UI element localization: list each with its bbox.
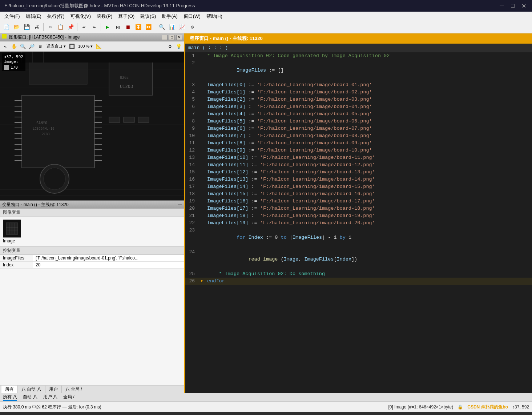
code-line-7: 7 ImageFiles[4] := 'F:/halcon_Learning/i… — [185, 110, 532, 118]
iw-close[interactable]: ✕ — [176, 35, 182, 40]
image-var-name: Image — [3, 238, 15, 243]
line-num-20: 20 — [185, 205, 198, 212]
tab-auto[interactable]: 八 自动 八 — [18, 386, 45, 393]
maximize-button[interactable]: □ — [509, 3, 517, 9]
status-image-info: [0] Image (#=1: 646×492×1×byte) — [388, 404, 453, 410]
var-key-imagefiles: ImageFiles — [0, 255, 33, 261]
line-num-15: 15 — [185, 169, 198, 176]
toolbar-cut[interactable]: ✂ — [45, 23, 55, 32]
line-num-3: 3 — [185, 81, 198, 89]
line-content-13: ImageFiles[10] := 'F:/halcon_Learning/im… — [206, 154, 532, 161]
menu-execute[interactable]: 执行(行) — [44, 12, 68, 20]
line-content-4: ImageFiles[1] := 'F:/halcon_Learning/ima… — [206, 89, 532, 96]
code-line-21: 21 ImageFiles[18] := 'F:/halcon_Learning… — [185, 212, 532, 219]
line-num-26: 26 — [185, 278, 198, 285]
menu-bar: 文件(F) 编辑(E) 执行(行) 可视化(V) 函数(P) 算子(O) 建议(… — [0, 12, 532, 21]
fit-label: 适应窗口 ▾ — [45, 44, 67, 49]
line-content-14: ImageFiles[11] := 'F:/halcon_Learning/im… — [206, 161, 532, 169]
menu-file[interactable]: 文件(F) — [1, 12, 23, 20]
img-tool-hand[interactable]: ✋ — [10, 43, 18, 51]
line-content-5: ImageFiles[2] := 'F:/halcon_Learning/ima… — [206, 96, 532, 103]
line-num-21: 21 — [185, 212, 198, 219]
toolbar-inspect[interactable]: 🔍 — [157, 23, 166, 32]
toolbar-redo[interactable]: ↪ — [89, 23, 99, 32]
toolbar-settings[interactable]: ⚙ — [188, 23, 197, 32]
img-tool-zoom-out[interactable]: 🔎 — [28, 43, 36, 51]
line-num-11: 11 — [185, 140, 198, 147]
line-content-12: ImageFiles[9] := 'F:/halcon_Learning/ima… — [206, 147, 532, 154]
image-var-area: Image — [0, 217, 184, 246]
code-line-24: 24 read_image (Image, ImageFiles[Index]) — [185, 249, 532, 270]
svg-text:U203: U203 — [120, 76, 129, 80]
line-content-23: for Index := 0 to |ImageFiles| - 1 by 1 — [206, 227, 532, 249]
tab-global-status[interactable]: 全局 / — [63, 394, 74, 401]
line-content-25: * Image Acquisition 02: Do something — [206, 270, 532, 278]
toolbar-stepover[interactable]: ⏩ — [144, 23, 153, 32]
code-line-3: 3 ImageFiles[0] := 'F:/halcon_Learning/i… — [185, 81, 532, 89]
title-bar-controls: ─ □ ✕ — [498, 3, 528, 9]
zoom-label: 100 % ▾ — [77, 44, 94, 49]
menu-window[interactable]: 窗口(W) — [181, 12, 203, 20]
iw-maximize[interactable]: □ — [169, 35, 175, 40]
tabs-bottom: 所有 八 自动 八 用户 八 全局 / — [0, 385, 184, 393]
image-canvas[interactable]: SANYO LC3664ML-10 2CB3 U203 — [0, 52, 184, 201]
tab-all-status[interactable]: 所有 八 — [3, 394, 17, 401]
code-line-8: 8 ImageFiles[5] := 'F:/halcon_Learning/i… — [185, 118, 532, 125]
tab-global[interactable]: 八 全局 / — [62, 386, 86, 393]
close-button[interactable]: ✕ — [520, 3, 528, 9]
menu-operators[interactable]: 算子(O) — [115, 12, 137, 20]
image-var-label: 图像变量 — [0, 209, 184, 217]
toolbar-undo[interactable]: ↩ — [79, 23, 89, 32]
line-num-22: 22 — [185, 219, 198, 227]
svg-text:LC3664ML-10: LC3664ML-10 — [33, 127, 55, 130]
code-line-5: 5 ImageFiles[2] := 'F:/halcon_Learning/i… — [185, 96, 532, 103]
title-bar: F:/halcon_Learning/halcon批量加载图像.hdev - M… — [0, 0, 532, 12]
tab-all[interactable]: 所有 — [1, 386, 18, 393]
var-val-index: 20 — [33, 262, 184, 268]
toolbar-open[interactable]: 📂 — [12, 23, 21, 32]
toolbar-chart2[interactable]: 📈 — [177, 23, 187, 32]
menu-help[interactable]: 帮助(H) — [203, 12, 225, 20]
menu-assistant[interactable]: 助手(A) — [159, 12, 180, 20]
img-tool-measure[interactable]: 📐 — [95, 43, 103, 51]
tab-user-status[interactable]: 用户 八 — [43, 394, 57, 401]
tab-user[interactable]: 用户 — [45, 386, 62, 393]
menu-suggest[interactable]: 建议(S) — [137, 12, 159, 20]
svg-rect-7 — [22, 95, 94, 168]
tab-auto-status[interactable]: 自动 八 — [23, 394, 37, 401]
pixel-color: 170 — [4, 65, 23, 70]
toolbar-btn4[interactable]: 🖨 — [32, 23, 41, 32]
svg-rect-40 — [124, 117, 134, 122]
iw-minimize[interactable]: _ — [162, 35, 168, 40]
menu-edit[interactable]: 编辑(E) — [23, 12, 44, 20]
img-tool-fit[interactable]: ⊞ — [36, 43, 44, 51]
toolbar-stop[interactable]: ⏹ — [123, 23, 133, 32]
var-window-minimize[interactable]: — — [178, 202, 182, 207]
line-content-26: endfor — [206, 278, 532, 285]
img-tool-cursor[interactable]: ↖ — [1, 43, 9, 51]
status-coord-bottom: ↕37, 592 — [512, 404, 529, 410]
toolbar-paste[interactable]: 📌 — [66, 23, 75, 32]
menu-functions[interactable]: 函数(P) — [94, 12, 115, 20]
toolbar-new[interactable]: 📄 — [1, 23, 11, 32]
code-line-13: 13 ImageFiles[10] := 'F:/halcon_Learning… — [185, 154, 532, 161]
menu-visualize[interactable]: 可视化(V) — [68, 12, 94, 20]
line-num-8: 8 — [185, 118, 198, 125]
var-table: ImageFiles ['F:/halcon_Learning/image/bo… — [0, 255, 184, 269]
svg-rect-41 — [138, 117, 149, 122]
img-tool-settings[interactable]: ⚙ — [166, 43, 174, 51]
img-tool-zoom-in[interactable]: 🔍 — [19, 43, 27, 51]
minimize-button[interactable]: ─ — [498, 3, 506, 9]
toolbar-copy[interactable]: 📋 — [56, 23, 65, 32]
toolbar-step[interactable]: ⏯ — [113, 23, 122, 32]
svg-text:U1203: U1203 — [120, 84, 133, 89]
img-tool-zoom-pct[interactable]: 🔲 — [68, 43, 76, 51]
img-tool-help[interactable]: 💡 — [175, 43, 183, 51]
toolbar-stepinto[interactable]: ⏬ — [133, 23, 143, 32]
code-editor[interactable]: 1 * Image Acquisition 02: Code generated… — [185, 52, 532, 393]
toolbar-run[interactable]: ▶ — [103, 23, 112, 32]
line-num-16: 16 — [185, 176, 198, 183]
toolbar-chart[interactable]: 📊 — [167, 23, 177, 32]
toolbar-save[interactable]: 💾 — [22, 23, 31, 32]
line-content-6: ImageFiles[3] := 'F:/halcon_Learning/ima… — [206, 103, 532, 110]
